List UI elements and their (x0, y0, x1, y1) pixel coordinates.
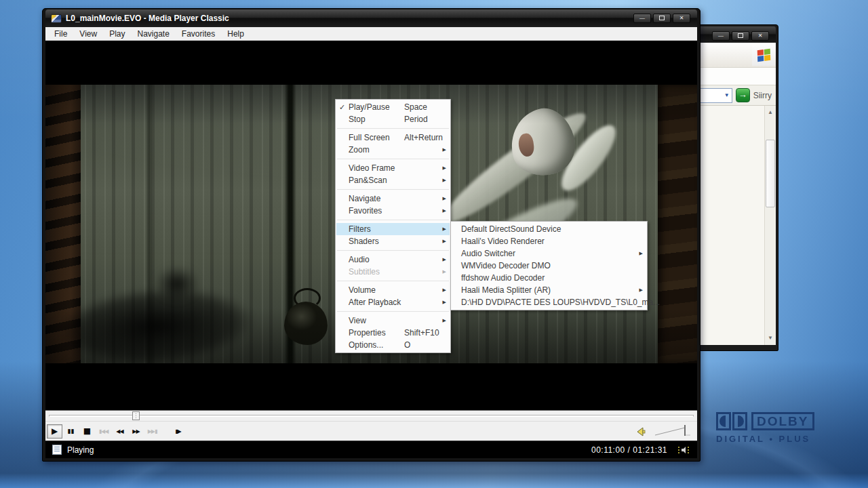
submenu-arrow-icon: ▶ (443, 284, 446, 296)
menu-item-label: Video Frame (349, 163, 395, 173)
seek-bar[interactable] (45, 410, 697, 421)
submenu-arrow-icon: ▶ (443, 144, 446, 156)
context-menu-item[interactable]: ✓ Filters ▶ (336, 223, 450, 235)
submenu-arrow-icon: ▶ (443, 174, 446, 186)
context-menu-item[interactable]: ✓ Volume ▶ (336, 284, 450, 296)
context-menu-item[interactable]: ✓ Subtitles ▶ (336, 266, 450, 278)
context-menu-item[interactable]: ✓ View ▶ (336, 314, 450, 327)
submenu-item[interactable]: ✓ ffdshow Audio Decoder ▶ (452, 272, 646, 284)
context-menu-item[interactable]: ✓ Shaders ▶ (336, 235, 450, 247)
scrollbar-thumb[interactable] (766, 140, 775, 207)
menu-item-label: Favorites (349, 206, 382, 216)
context-menu-item[interactable]: ✓ Stop Period ▶ (336, 113, 450, 125)
dolby-subtitle: DIGITAL • PLUS (716, 434, 831, 444)
transport-glyph: ▶ (52, 426, 58, 436)
menubar-item[interactable]: View (73, 27, 103, 41)
browser-minimize-button[interactable]: — (712, 31, 730, 41)
stone-wall-left (45, 85, 81, 363)
scroll-down-icon[interactable]: ▼ (765, 333, 776, 344)
transport-button-skip-back[interactable]: ▮◀◀ (96, 424, 111, 439)
context-menu-item[interactable]: ✓ Favorites ▶ (336, 205, 450, 217)
transport-button-rewind[interactable]: ◀◀ (112, 424, 127, 439)
submenu-item-label: ffdshow Audio Decoder (461, 273, 545, 283)
menubar-item[interactable]: File (48, 27, 73, 41)
audio-channels-icon (677, 445, 690, 455)
transport-glyph: ◀◀ (116, 428, 123, 434)
go-button[interactable]: → (736, 88, 750, 102)
player-maximize-button[interactable] (653, 14, 671, 23)
windows-flag-icon (757, 48, 770, 62)
menu-separator (337, 281, 449, 281)
dropdown-arrow-icon[interactable]: ▼ (724, 92, 730, 98)
browser-titlebar[interactable]: — ✕ (693, 26, 776, 43)
context-menu-item[interactable]: ✓ Zoom ▶ (336, 144, 450, 156)
submenu-arrow-icon: ▶ (443, 314, 446, 327)
submenu-item-label: WMVideo Decoder DMO (461, 261, 551, 270)
submenu-item[interactable]: ✓ D:\HD DVD\PACTE DES LOUPS\HVDVD_TS\L0_… (452, 296, 646, 308)
context-menu-item[interactable]: ✓ Properties Shift+F10 ▶ (336, 327, 450, 339)
transport-buttons: ▶ ▮▮ ■ ▮◀◀ ◀◀ ▶▶ ▶▶▮ ▮▶ (47, 424, 186, 439)
context-menu-item[interactable]: ✓ Pan&Scan ▶ (336, 174, 450, 186)
context-menu-item[interactable]: ✓ After Playback ▶ (336, 296, 450, 308)
seek-groove[interactable] (49, 415, 694, 417)
menubar-item[interactable]: Play (103, 27, 131, 41)
transport-button-frame-step[interactable]: ▮▶ (170, 424, 186, 439)
submenu-item[interactable]: ✓ Default DirectSound Device ▶ (452, 223, 646, 235)
menu-item-shortcut: Space (404, 101, 427, 113)
submenu-arrow-icon: ▶ (639, 284, 643, 296)
submenu-arrow-icon: ▶ (443, 192, 446, 205)
browser-close-button[interactable]: ✕ (751, 31, 769, 41)
submenu-item[interactable]: ✓ Haali's Video Renderer ▶ (452, 235, 646, 247)
player-minimize-button[interactable]: — (633, 14, 651, 23)
context-menu-item[interactable]: ✓ Play/Pause Space ▶ (336, 101, 450, 113)
dolby-double-d-icon (716, 412, 747, 430)
submenu-item[interactable]: ✓ Audio Switcher ▶ (452, 247, 646, 260)
maximize-icon (659, 16, 665, 20)
volume-slider[interactable] (654, 424, 692, 439)
status-bar: Playing 00:11:00 / 01:21:31 (45, 441, 697, 458)
maximize-icon (738, 33, 743, 38)
transport-button-skip-forward[interactable]: ▶▶▮ (144, 424, 160, 439)
submenu-item[interactable]: ✓ WMVideo Decoder DMO ▶ (452, 260, 646, 272)
transport-button-pause[interactable]: ▮▮ (63, 424, 79, 439)
menubar-item[interactable]: Help (221, 27, 250, 41)
menu-item-label: Play/Pause (349, 102, 390, 112)
submenu-arrow-icon: ▶ (443, 235, 446, 247)
menubar-item[interactable]: Navigate (131, 27, 175, 41)
scroll-up-icon[interactable]: ▲ (765, 107, 776, 118)
transport-button-stop[interactable]: ■ (79, 424, 95, 439)
menu-item-label: Stop (349, 115, 366, 124)
transport-toolbar: ▶ ▮▮ ■ ▮◀◀ ◀◀ ▶▶ ▶▶▮ ▮▶ (45, 421, 697, 441)
menu-item-shortcut: Period (404, 113, 428, 125)
menu-item-label: Options... (349, 340, 383, 350)
seek-thumb[interactable] (132, 411, 140, 420)
context-menu-item[interactable]: ✓ Navigate ▶ (336, 192, 450, 205)
transport-button-play[interactable]: ▶ (47, 424, 62, 439)
filters-submenu: ✓ Default DirectSound Device ▶ ✓ Haali's… (450, 221, 648, 310)
menu-separator (337, 311, 449, 312)
menu-item-label: After Playback (349, 298, 401, 307)
browser-scrollbar[interactable]: ▲ ▼ (764, 106, 776, 345)
menu-item-label: Volume (349, 285, 376, 295)
menu-item-label: Audio (349, 255, 370, 264)
menubar-item-label: Favorites (182, 29, 215, 39)
context-menu-item[interactable]: ✓ Video Frame ▶ (336, 162, 450, 174)
status-file-icon (52, 445, 62, 455)
menu-item-label: Shaders (349, 237, 379, 246)
background-browser-window[interactable]: — ✕ ▼ → Siirry ▲ ▼ (690, 24, 778, 351)
transport-glyph: ▮▶ (175, 428, 181, 434)
mute-speaker-icon[interactable] (635, 425, 648, 439)
transport-glyph: ▶▶ (132, 428, 139, 434)
player-close-button[interactable]: ✕ (673, 14, 690, 23)
transport-button-fast-forward[interactable]: ▶▶ (128, 424, 144, 439)
playback-time: 00:11:00 / 01:21:31 (591, 445, 667, 455)
context-menu-item[interactable]: ✓ Options... O ▶ (336, 339, 450, 351)
menubar-item[interactable]: Favorites (176, 27, 221, 41)
context-menu-item[interactable]: ✓ Full Screen Alt+Return ▶ (336, 131, 450, 144)
menu-separator (337, 128, 449, 129)
submenu-item[interactable]: ✓ Haali Media Splitter (AR) ▶ (452, 284, 646, 296)
menu-item-label: View (349, 316, 366, 325)
context-menu-item[interactable]: ✓ Audio ▶ (336, 253, 450, 266)
browser-maximize-button[interactable] (732, 31, 749, 41)
player-titlebar[interactable]: L0_mainMovie.EVO - Media Player Classic … (45, 9, 697, 27)
